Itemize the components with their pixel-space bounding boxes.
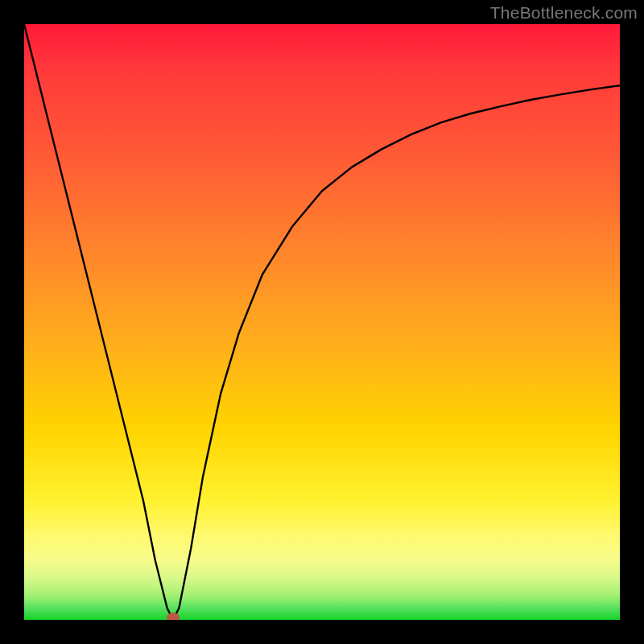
- bottleneck-curve: [24, 24, 620, 620]
- watermark-text: TheBottleneck.com: [490, 3, 638, 23]
- optimal-point-marker: [167, 613, 180, 620]
- plot-area: [24, 24, 620, 620]
- curve-svg: [24, 24, 620, 620]
- chart-frame: TheBottleneck.com: [0, 0, 644, 644]
